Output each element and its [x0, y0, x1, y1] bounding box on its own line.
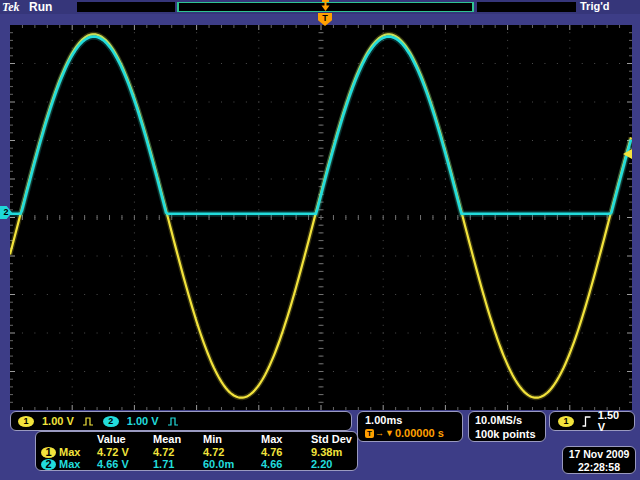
time-label: 22:28:58 [563, 461, 635, 474]
meas-value: 4.66 V [97, 458, 153, 471]
record-length: 100k points [475, 427, 539, 441]
status-readout-blank-2 [477, 2, 576, 12]
datetime-box: 17 Nov 2009 22:28:58 [562, 446, 636, 474]
rising-edge-icon [581, 415, 591, 428]
acquisition-status: Run [29, 0, 52, 14]
graticule [10, 25, 632, 410]
channel1-coupling-icon [82, 417, 95, 426]
measurement-table: Value Mean Min Max Std Dev 1 Max 4.72 V … [35, 431, 358, 471]
trigger-source-badge: 1 [558, 416, 574, 427]
channel1-badge: 1 [18, 416, 34, 427]
trigger-readout-box: 1 1.50 V [549, 411, 635, 431]
status-readout-blank [77, 2, 175, 12]
meas-name: Max [59, 446, 97, 459]
horizontal-scale: 1.00ms [365, 413, 455, 427]
trigger-level: 1.50 V [598, 409, 626, 433]
trigger-level-arrow-icon [623, 149, 632, 159]
channel1-scale: 1.00 V [42, 415, 74, 427]
meas-max: 4.76 [261, 446, 311, 459]
col-header-max: Max [261, 433, 311, 446]
triangle-down-icon: ▼ [385, 427, 394, 440]
measurement-row-ch2: 2 Max 4.66 V 1.71 60.0m 4.66 2.20 [41, 458, 357, 471]
horizontal-position-icon: T [365, 429, 374, 438]
channel1-badge: 1 [41, 447, 56, 458]
top-status-bar: Tek Run Trig'd [0, 0, 640, 14]
horizontal-readout-box: 1.00ms T→▼0.00000 s [357, 411, 463, 442]
arrow-right-icon: → [375, 427, 384, 440]
meas-mean: 1.71 [153, 458, 203, 471]
meas-value: 4.72 V [97, 446, 153, 459]
meas-min: 4.72 [203, 446, 261, 459]
col-header-std: Std Dev [311, 433, 358, 446]
record-trigger-position-icon [320, 0, 331, 12]
col-header-min: Min [203, 433, 261, 446]
col-header-value: Value [97, 433, 153, 446]
acquisition-readout-box: 10.0MS/s 100k points [468, 411, 546, 442]
horizontal-position-line: T→▼0.00000 s [365, 427, 455, 440]
sample-rate: 10.0MS/s [475, 413, 539, 427]
meas-name: Max [59, 458, 97, 471]
meas-mean: 4.72 [153, 446, 203, 459]
measurement-header-row: Value Mean Min Max Std Dev [41, 433, 357, 446]
channel2-badge: 2 [103, 416, 119, 427]
trigger-status: Trig'd [580, 0, 610, 12]
horizontal-position: 0.00000 s [395, 427, 444, 440]
channel-readout-box: 1 1.00 V 2 1.00 V [10, 411, 352, 431]
date-label: 17 Nov 2009 [563, 448, 635, 461]
measurement-row-ch1: 1 Max 4.72 V 4.72 4.72 4.76 9.38m [41, 446, 357, 459]
meas-min: 60.0m [203, 458, 261, 471]
channel2-badge: 2 [41, 459, 56, 470]
channel2-coupling-icon [167, 417, 180, 426]
col-header-mean: Mean [153, 433, 203, 446]
tek-logo: Tek [2, 0, 20, 15]
meas-std: 9.38m [311, 446, 358, 459]
waveform-plot [10, 25, 632, 410]
channel2-scale: 1.00 V [127, 415, 159, 427]
meas-std: 2.20 [311, 458, 358, 471]
meas-max: 4.66 [261, 458, 311, 471]
